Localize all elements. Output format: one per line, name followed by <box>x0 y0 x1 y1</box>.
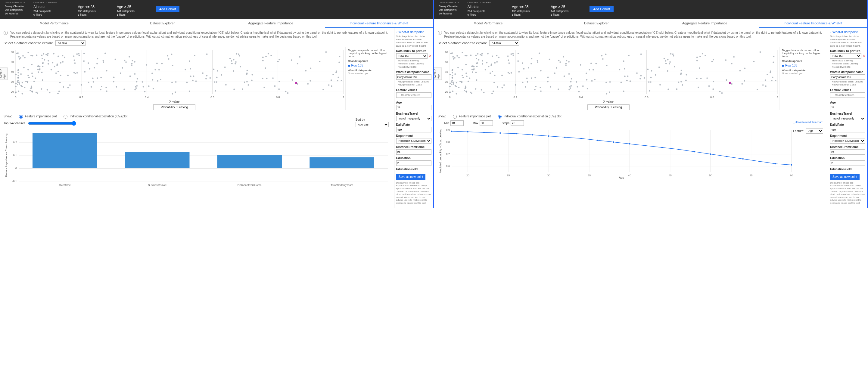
cohort-more-icon[interactable]: ⋯ <box>65 7 69 11</box>
howto-link[interactable]: How to read this chart <box>793 120 823 124</box>
radio-ice[interactable]: Individual conditional expectation (ICE)… <box>62 114 127 119</box>
x-axis-dropdown[interactable]: Probability : Leaving <box>587 104 629 110</box>
svg-text:25: 25 <box>507 174 510 177</box>
save-new-point-button[interactable]: Save as new point <box>396 174 426 180</box>
svg-point-382 <box>655 74 656 76</box>
svg-text:0.4: 0.4 <box>145 96 149 99</box>
feature-search-input[interactable] <box>830 92 865 98</box>
svg-point-346 <box>517 61 519 62</box>
feat-edu-input[interactable] <box>396 160 431 166</box>
svg-point-76 <box>42 66 44 67</box>
feat-dept-select[interactable]: Research & Developme... <box>396 138 431 144</box>
perturb-index-select[interactable]: Row 155 <box>396 53 428 59</box>
cohort-more-icon[interactable]: ⋯ <box>538 7 542 11</box>
whatif-title[interactable]: What-If datapoint <box>830 30 865 34</box>
whatif-title[interactable]: What-If datapoint <box>396 30 431 34</box>
svg-point-25 <box>144 91 146 92</box>
svg-point-144 <box>148 86 150 87</box>
cohort-select[interactable]: All data <box>489 40 519 46</box>
svg-point-524 <box>449 92 451 93</box>
tab-individual-fi[interactable]: Individual Feature Importance & What-If <box>325 19 433 28</box>
scatter-plot[interactable]: 00.20.40.60.812030405060 <box>4 48 345 99</box>
topk-slider-label: Top 1-4 features <box>4 120 391 126</box>
feat-edu-input[interactable] <box>830 160 865 166</box>
tab-dataset-explorer[interactable]: Dataset Explorer <box>542 19 651 28</box>
svg-point-102 <box>81 84 82 86</box>
feat-bt-select[interactable]: Travel_Frequently <box>830 116 865 121</box>
radio-fip[interactable]: Feature importance plot <box>18 114 57 119</box>
svg-point-347 <box>706 77 708 79</box>
svg-point-617 <box>548 135 550 137</box>
tab-individual-fi[interactable]: Individual Feature Importance & What-If <box>759 19 867 28</box>
svg-point-235 <box>79 55 80 56</box>
cohort-more-icon[interactable]: ⋯ <box>104 7 108 11</box>
svg-point-559 <box>527 67 529 69</box>
svg-point-38 <box>101 86 102 87</box>
svg-point-93 <box>52 62 53 63</box>
svg-point-448 <box>452 75 453 76</box>
feat-bt-select[interactable]: Travel_Frequently <box>396 116 431 121</box>
svg-point-566 <box>471 66 473 67</box>
ice-steps-input[interactable] <box>510 120 524 126</box>
radio-fip[interactable]: Feature importance plot <box>451 114 491 119</box>
feat-dist-input[interactable] <box>830 149 865 155</box>
svg-text:45: 45 <box>669 174 672 177</box>
svg-point-615 <box>516 133 517 134</box>
legend-row155[interactable]: Row 155 <box>348 64 388 67</box>
feat-age-input[interactable] <box>396 105 431 110</box>
topk-slider[interactable] <box>28 121 76 126</box>
svg-text:40: 40 <box>11 70 14 73</box>
feat-dr-input[interactable] <box>396 127 431 132</box>
perturb-index-select[interactable]: Row 155 <box>830 53 861 59</box>
x-axis-dropdown[interactable]: Probability : Leaving <box>153 104 195 110</box>
save-new-point-button[interactable]: Save as new point <box>830 174 860 180</box>
whatif-name-input[interactable] <box>396 74 431 80</box>
tab-model-performance[interactable]: Model Performance <box>0 19 108 28</box>
cohort-more-icon[interactable]: ⋯ <box>143 7 147 11</box>
whatif-name-input[interactable] <box>830 74 865 80</box>
tab-aggregate-fi[interactable]: Aggregate Feature Importance <box>651 19 759 28</box>
cohort-more-icon[interactable]: ⋯ <box>499 7 503 11</box>
data-stats: DATA STATISTICS Binary Classifier 294 da… <box>5 1 25 15</box>
ice-min-input[interactable] <box>451 120 464 126</box>
feat-age-input[interactable] <box>830 105 865 110</box>
sortby-select[interactable]: Row 155 <box>355 122 389 127</box>
add-cohort-button[interactable]: Add Cohort <box>156 6 180 12</box>
y-axis-label[interactable]: Y-value Age <box>0 68 8 80</box>
svg-point-224 <box>15 92 17 93</box>
svg-point-242 <box>307 83 309 85</box>
cohort-select[interactable]: All data <box>55 40 86 46</box>
legend-row155[interactable]: Row 155 <box>782 64 822 67</box>
svg-point-372 <box>540 70 541 72</box>
svg-point-184 <box>331 80 332 81</box>
radio-ice[interactable]: Individual conditional expectation (ICE)… <box>496 114 561 119</box>
ice-max-input[interactable] <box>479 120 493 126</box>
svg-point-65 <box>84 71 86 73</box>
svg-point-420 <box>507 56 508 57</box>
tab-dataset-explorer[interactable]: Dataset Explorer <box>108 19 217 28</box>
svg-point-494 <box>576 81 577 83</box>
svg-point-122 <box>154 69 156 71</box>
tab-model-performance[interactable]: Model Performance <box>434 19 542 28</box>
svg-point-149 <box>39 68 41 70</box>
svg-point-621 <box>613 141 614 143</box>
svg-point-611 <box>451 131 452 132</box>
feat-dr-input[interactable] <box>830 127 865 132</box>
svg-point-469 <box>663 58 665 60</box>
tab-aggregate-fi[interactable]: Aggregate Feature Importance <box>216 19 325 28</box>
svg-point-275 <box>30 90 31 92</box>
clear-index-icon[interactable]: ✕ <box>863 54 865 58</box>
ice-feature-select[interactable]: Age <box>806 128 823 134</box>
scatter-plot[interactable]: 00.20.40.60.812030405060 <box>438 48 779 99</box>
clear-index-icon[interactable]: ✕ <box>429 54 431 58</box>
cohort-more-icon[interactable]: ⋯ <box>577 7 581 11</box>
feat-dept-select[interactable]: Research & Developme... <box>830 138 865 144</box>
y-axis-label[interactable]: Y-valueAge <box>434 68 442 80</box>
add-cohort-button[interactable]: Add Cohort <box>589 6 614 12</box>
svg-point-238 <box>63 86 64 88</box>
svg-point-114 <box>57 63 58 65</box>
feature-search-input[interactable] <box>396 92 431 98</box>
feat-dist-input[interactable] <box>396 149 431 155</box>
svg-point-535 <box>513 55 514 56</box>
svg-point-383 <box>594 79 595 81</box>
